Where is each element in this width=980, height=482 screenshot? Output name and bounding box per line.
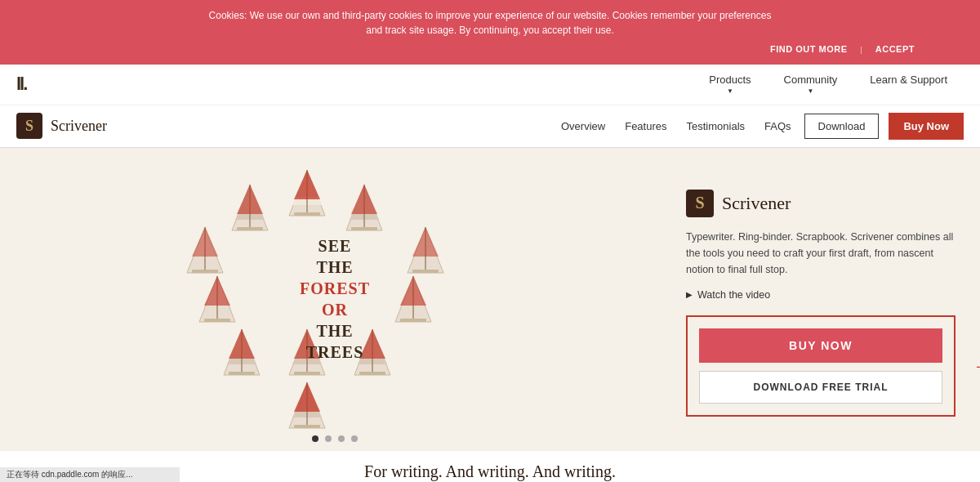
book-tree-4 [184,225,226,274]
cta-download-button[interactable]: DOWNLOAD FREE TRIAL [699,371,942,404]
site-logo[interactable]: ll. [16,74,26,95]
hero-brand: S Scrivener [686,190,956,217]
svg-marker-5 [294,170,320,199]
book-tree-2 [229,183,271,232]
hero-right-panel: S Scrivener Typewriter. Ring-binder. Scr… [670,165,980,433]
book-tree-8 [220,328,263,377]
hero-logo-icon: S [686,190,714,217]
sub-nav-links: Overview Features Testimonials FAQs [561,120,791,132]
accept-cookie-link[interactable]: ACCEPT [875,42,915,56]
nav-community[interactable]: Community ▼ [768,67,854,101]
sub-nav-testimonials[interactable]: Testimonials [687,120,746,132]
svg-marker-10 [237,185,263,214]
chevron-down-icon: ▼ [807,87,813,95]
cta-buy-button[interactable]: BUY NOW [699,328,942,363]
svg-rect-35 [229,372,255,375]
svg-marker-51 [294,382,320,412]
svg-rect-9 [237,227,263,230]
chevron-down-icon: ▼ [727,87,733,95]
book-tree-3 [343,183,385,232]
hero-tagline-text: SEE THE FOREST OR THE TREES [300,235,370,363]
hero-brand-name: Scrivener [722,193,791,214]
cookie-banner: Cookies: We use our own and third-party … [0,0,980,65]
svg-rect-22 [412,270,439,273]
book-tree-6 [196,274,238,324]
hero-section: SEE THE FOREST OR THE TREES S Scrivener … [0,148,980,450]
svg-marker-27 [204,276,230,306]
nav-products[interactable]: Products ▼ [693,67,767,101]
sub-nav-faqs[interactable]: FAQs [764,120,791,132]
svg-marker-23 [412,227,439,257]
top-navigation: ll. Products ▼ Community ▼ Learn & Suppo… [0,65,980,105]
play-icon: ▶ [686,290,693,299]
top-nav-links: Products ▼ Community ▼ Learn & Support [693,67,964,101]
scrivener-logo-icon: S [16,113,42,139]
carousel-dot-2[interactable] [325,435,332,442]
download-button[interactable]: Download [804,114,880,139]
svg-rect-45 [359,372,385,375]
svg-rect-30 [400,319,426,322]
trees-illustration: SEE THE FOREST OR THE TREES [180,160,490,438]
hero-left-panel: SEE THE FOREST OR THE TREES [0,148,670,450]
book-tree-5 [404,225,447,274]
carousel-dot-1[interactable] [312,435,318,442]
svg-rect-40 [294,372,320,375]
find-out-more-link[interactable]: FIND OUT MORE [770,42,848,56]
svg-rect-14 [351,227,377,230]
svg-marker-19 [192,227,218,257]
scrivener-brand: S Scrivener [16,113,107,139]
carousel-dot-3[interactable] [338,435,345,442]
svg-marker-31 [400,276,426,306]
svg-marker-15 [351,185,377,214]
svg-rect-4 [294,212,320,216]
sub-navigation: S Scrivener Overview Features Testimonia… [0,105,980,148]
carousel-dot-4[interactable] [351,435,358,442]
cta-box: BUY NOW DOWNLOAD FREE TRIAL → [686,315,956,417]
book-tree-11 [286,381,328,430]
nav-learn-support[interactable]: Learn & Support [853,67,964,101]
book-tree-7 [392,274,434,324]
svg-rect-18 [192,270,218,273]
sub-nav-overview[interactable]: Overview [561,120,605,132]
carousel-dots [312,435,358,442]
cookie-message: Cookies: We use our own and third-party … [204,8,776,38]
svg-rect-50 [294,425,320,428]
svg-marker-36 [229,329,255,359]
browser-status-bar: 正在等待 cdn.paddle.com 的响应... [0,467,180,482]
arrow-indicator: → [972,353,980,379]
watch-video-link[interactable]: ▶ Watch the video [686,289,956,301]
book-tree-1 [286,168,328,217]
svg-rect-26 [204,319,230,322]
buy-now-button[interactable]: Buy Now [889,113,964,140]
sub-nav-features[interactable]: Features [625,120,666,132]
hero-description: Typewriter. Ring-binder. Scrapbook. Scri… [686,229,956,278]
scrivener-title: Scrivener [51,118,107,135]
